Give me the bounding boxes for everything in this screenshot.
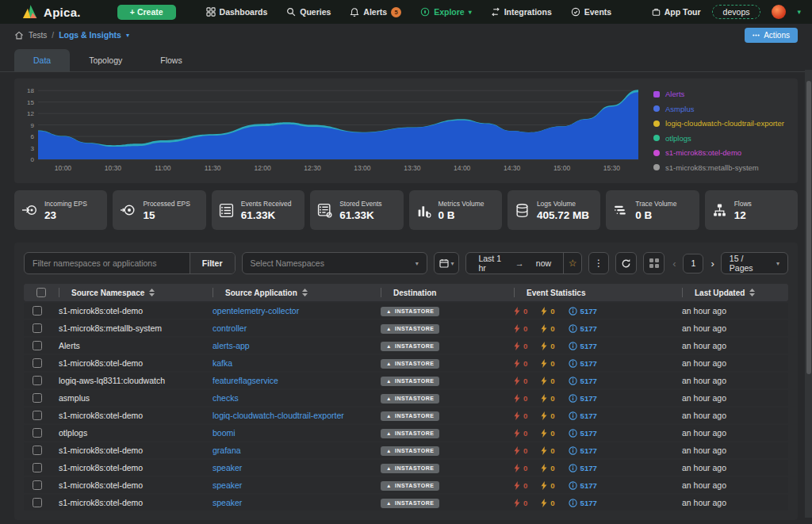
row-checkbox[interactable] xyxy=(33,323,42,333)
table-row[interactable]: logiq-aws-lq8311:cloudwatch featureflags… xyxy=(24,373,788,388)
event-count[interactable]: 5177 xyxy=(569,464,597,472)
tab-flows[interactable]: Flows xyxy=(141,49,201,71)
event-count[interactable]: 5177 xyxy=(569,359,597,368)
table-row[interactable]: s1-microk8s:otel-demo logiq-cloudwatch-c… xyxy=(24,407,788,423)
tab-data[interactable]: Data xyxy=(14,49,70,71)
row-checkbox[interactable] xyxy=(33,341,42,350)
col-last-updated[interactable]: Last Updated xyxy=(674,284,788,301)
row-application-link[interactable]: grafana xyxy=(205,446,373,455)
row-checkbox[interactable] xyxy=(33,376,42,385)
row-checkbox[interactable] xyxy=(33,393,42,403)
tab-topology[interactable]: Topology xyxy=(70,49,141,71)
row-checkbox[interactable] xyxy=(33,480,42,490)
row-checkbox[interactable] xyxy=(33,358,42,368)
home-icon[interactable] xyxy=(14,31,24,40)
event-count[interactable]: 5177 xyxy=(569,377,597,385)
time-range-from[interactable]: Last 1 hr xyxy=(466,254,515,273)
scrollbar-thumb[interactable] xyxy=(806,81,811,374)
event-count[interactable]: 5177 xyxy=(569,394,597,403)
filter-input[interactable] xyxy=(25,253,190,273)
table-row[interactable]: s1-microk8s:otel-demo grafana ▲INSTASTOR… xyxy=(24,442,788,458)
nav-dashboards[interactable]: Dashboards xyxy=(206,7,268,17)
table-row[interactable]: asmplus checks ▲INSTASTORE 0 0 5177 an h… xyxy=(24,390,788,406)
row-checkbox[interactable] xyxy=(33,463,42,472)
sort-icon[interactable] xyxy=(302,289,308,296)
row-application-link[interactable]: speaker xyxy=(205,498,373,507)
legend-item[interactable]: otlplogs xyxy=(653,134,793,143)
row-application-link[interactable]: speaker xyxy=(205,480,373,490)
col-source-application[interactable]: Source Application xyxy=(205,284,373,301)
calendar-button[interactable]: ▾ xyxy=(434,252,460,274)
prev-page-button[interactable]: ‹ xyxy=(672,258,676,270)
table-row[interactable]: s1-microk8s:otel-demo speaker ▲INSTASTOR… xyxy=(24,460,788,476)
row-checkbox[interactable] xyxy=(33,428,42,438)
table-row[interactable]: s1-microk8s:otel-demo speaker ▲INSTASTOR… xyxy=(24,477,788,493)
bolt-icon xyxy=(514,429,520,438)
select-all-checkbox[interactable] xyxy=(36,288,46,297)
row-application-link[interactable]: controller xyxy=(205,323,373,333)
row-checkbox[interactable] xyxy=(33,446,42,455)
favorite-star-button[interactable]: ☆ xyxy=(563,253,581,273)
legend-item[interactable]: Alerts xyxy=(653,90,793,98)
event-count[interactable]: 5177 xyxy=(569,342,597,350)
time-range-to[interactable]: now xyxy=(524,258,563,268)
row-application-link[interactable]: alerts-app xyxy=(205,341,373,350)
row-application-link[interactable]: boomi xyxy=(205,428,373,438)
row-namespace: s1-microk8s:otel-demo xyxy=(51,411,205,420)
row-application-link[interactable]: featureflagservice xyxy=(205,376,373,385)
page-size-select[interactable]: 15 / Pages ▾ xyxy=(721,252,788,274)
sort-icon[interactable] xyxy=(149,289,155,296)
user-pill[interactable]: devops xyxy=(712,5,761,19)
apica-logo[interactable]: Apica. xyxy=(22,4,81,20)
legend-item[interactable]: logiq-cloudwatch-cloudtrail-exporter xyxy=(653,119,793,128)
row-application-link[interactable]: logiq-cloudwatch-cloudtrail-exporter xyxy=(205,411,373,420)
nav-alerts[interactable]: Alerts 5 xyxy=(350,7,401,17)
nav-integrations[interactable]: Integrations xyxy=(491,7,552,17)
row-checkbox[interactable] xyxy=(33,306,42,316)
breadcrumb-chevron-icon[interactable]: ▾ xyxy=(126,32,129,39)
col-source-namespace[interactable]: Source Namespace xyxy=(51,284,205,301)
namespace-select-placeholder: Select Namespaces xyxy=(251,258,324,268)
event-count[interactable]: 5177 xyxy=(569,499,597,507)
breadcrumb-current[interactable]: Logs & Insights xyxy=(59,30,121,40)
row-checkbox[interactable] xyxy=(33,498,42,507)
table-row[interactable]: s1-microk8s:otel-demo speaker ▲INSTASTOR… xyxy=(24,495,788,511)
table-row[interactable]: s1-microk8s:otel-demo kafka ▲INSTASTORE … xyxy=(24,355,788,371)
legend-item[interactable]: s1-microk8s:otel-demo xyxy=(653,148,793,157)
event-count[interactable]: 5177 xyxy=(569,446,597,455)
table-row[interactable]: otlplogs boomi ▲INSTASTORE 0 0 5177 an h… xyxy=(24,425,788,441)
legend-item[interactable]: Asmplus xyxy=(653,105,793,113)
row-checkbox[interactable] xyxy=(33,411,42,420)
row-application-link[interactable]: checks xyxy=(205,393,373,403)
row-application-link[interactable]: opentelemetry-collector xyxy=(205,306,373,316)
row-application-link[interactable]: speaker xyxy=(205,463,373,472)
current-page[interactable]: 1 xyxy=(683,254,703,273)
namespace-select[interactable]: Select Namespaces ▾ xyxy=(242,252,427,274)
event-count[interactable]: 5177 xyxy=(569,324,597,333)
nav-explore[interactable]: Explore ▾ xyxy=(420,7,472,17)
actions-button[interactable]: Actions xyxy=(745,28,798,43)
table-row[interactable]: Alerts alerts-app ▲INSTASTORE 0 0 5177 a… xyxy=(24,338,788,354)
create-button[interactable]: + Create xyxy=(117,5,176,20)
user-menu-chevron-icon[interactable]: ▾ xyxy=(797,8,801,16)
more-options-button[interactable]: ⋮ xyxy=(588,252,608,274)
filter-button[interactable]: Filter xyxy=(190,253,235,273)
nav-queries[interactable]: Queries xyxy=(286,7,331,17)
event-count[interactable]: 5177 xyxy=(569,411,597,420)
table-row[interactable]: s1-microk8s:metallb-system controller ▲I… xyxy=(24,320,788,336)
legend-item[interactable]: s1-microk8s:metallb-system xyxy=(653,163,793,172)
app-tour-button[interactable]: App Tour xyxy=(652,7,701,17)
table-row[interactable]: s1-microk8s:otel-demo opentelemetry-coll… xyxy=(24,303,788,319)
sort-icon[interactable] xyxy=(749,289,755,296)
row-application-link[interactable]: kafka xyxy=(205,358,373,368)
avatar[interactable] xyxy=(772,5,786,19)
refresh-button[interactable] xyxy=(615,252,637,274)
grid-view-button[interactable] xyxy=(643,252,665,274)
event-count[interactable]: 5177 xyxy=(569,307,597,316)
event-count[interactable]: 5177 xyxy=(569,481,597,490)
event-count[interactable]: 5177 xyxy=(569,429,597,438)
nav-events[interactable]: Events xyxy=(571,7,611,17)
next-page-button[interactable]: › xyxy=(710,258,714,270)
page-scrollbar[interactable] xyxy=(805,70,812,518)
breadcrumb-root[interactable]: Tests xyxy=(29,31,47,40)
